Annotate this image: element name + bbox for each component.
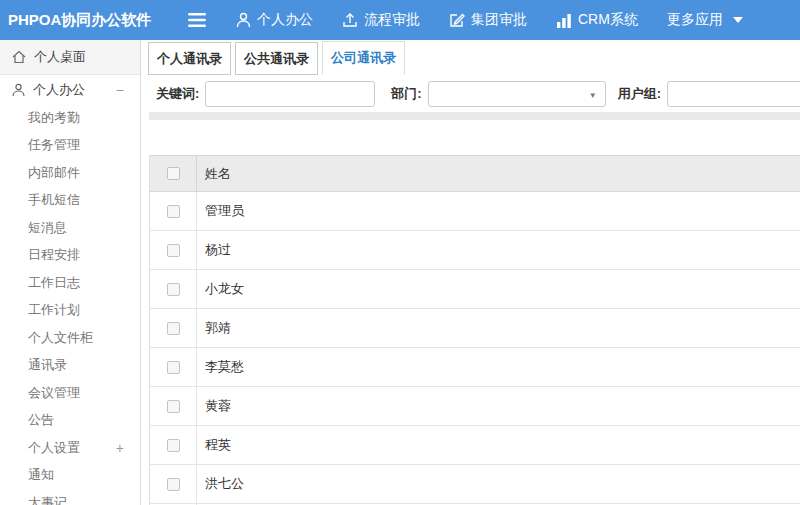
contact-name: 杨过 [197, 231, 800, 269]
sidebar-item-label: 会议管理 [28, 384, 80, 402]
table-row[interactable]: 小龙女 [150, 270, 800, 309]
sidebar-item-label: 通讯录 [28, 356, 67, 374]
row-checkbox[interactable] [167, 283, 180, 296]
sidebar-item-label: 个人办公 [33, 81, 85, 99]
sidebar-item-label: 个人设置 [28, 439, 80, 457]
contacts-table: 姓名 管理员 杨过 小龙女 郭靖 李莫愁 黄蓉 程英 [149, 155, 800, 505]
filter-divider [149, 112, 800, 120]
nav-label: 集团审批 [471, 11, 527, 29]
table-row[interactable]: 洪七公 [150, 465, 800, 504]
nav-crm-system[interactable]: CRM系统 [556, 11, 638, 29]
sidebar-item-task-management[interactable]: 任务管理 [0, 132, 140, 160]
nav-personal-office[interactable]: 个人办公 [236, 11, 313, 29]
hamburger-menu-icon[interactable] [188, 13, 206, 27]
row-check-cell [150, 309, 197, 347]
sidebar-item-notice[interactable]: 通知 [0, 462, 140, 490]
sidebar-group-personal-settings[interactable]: 个人设置 + [0, 434, 140, 462]
app-title: PHPOA协同办公软件 [0, 11, 188, 30]
row-check-cell [150, 270, 197, 308]
row-check-cell [150, 192, 197, 230]
table-row[interactable]: 李莫愁 [150, 348, 800, 387]
tab-company-contacts[interactable]: 公司通讯录 [322, 41, 405, 75]
sidebar-item-label: 公告 [28, 411, 54, 429]
table-header-row: 姓名 [150, 155, 800, 192]
edit-icon [449, 12, 465, 28]
nav-label: 更多应用 [667, 11, 723, 29]
sidebar-item-file-cabinet[interactable]: 个人文件柜 [0, 324, 140, 352]
sidebar-item-label: 个人文件柜 [28, 329, 93, 347]
tab-public-contacts[interactable]: 公共通讯录 [235, 42, 318, 75]
table-row[interactable]: 杨过 [150, 231, 800, 270]
nav-label: CRM系统 [578, 11, 638, 29]
nav-workflow-approval[interactable]: 流程审批 [342, 11, 420, 29]
contact-name: 李莫愁 [197, 348, 800, 386]
sidebar-item-label: 我的考勤 [28, 109, 80, 127]
sidebar-item-memorabilia[interactable]: 大事记 [0, 489, 140, 505]
contact-name: 洪七公 [197, 465, 800, 503]
spacer [141, 120, 800, 155]
sidebar-group-personal-office[interactable]: 个人办公 − [0, 75, 140, 104]
sidebar-item-work-log[interactable]: 工作日志 [0, 269, 140, 297]
row-check-cell [150, 387, 197, 425]
select-caret-icon: ▼ [589, 91, 597, 100]
sidebar-item-contacts[interactable]: 通讯录 [0, 352, 140, 380]
keyword-input[interactable] [205, 81, 375, 107]
sidebar-item-work-plan[interactable]: 工作计划 [0, 297, 140, 325]
expand-plus-icon[interactable]: + [116, 440, 124, 456]
keyword-label: 关键词: [156, 85, 199, 103]
row-check-cell [150, 348, 197, 386]
bar-chart-icon [556, 13, 572, 28]
sidebar-item-label: 日程安排 [28, 246, 80, 264]
select-all-checkbox[interactable] [167, 167, 180, 180]
sidebar-item-label: 任务管理 [28, 136, 80, 154]
department-select[interactable]: ▼ [428, 81, 606, 107]
row-checkbox[interactable] [167, 400, 180, 413]
contact-tabs: 个人通讯录 公共通讯录 公司通讯录 [141, 40, 800, 75]
row-checkbox[interactable] [167, 244, 180, 257]
contact-name: 小龙女 [197, 270, 800, 308]
collapse-minus-icon[interactable]: − [116, 82, 124, 98]
usergroup-input[interactable] [667, 81, 800, 107]
column-header-name: 姓名 [197, 156, 800, 191]
sidebar-item-label: 手机短信 [28, 191, 80, 209]
sidebar-item-label: 通知 [28, 466, 54, 484]
department-label: 部门: [391, 85, 421, 103]
main-content: 个人通讯录 公共通讯录 公司通讯录 关键词: 部门: ▼ 用户组: 姓名 管理员… [141, 40, 800, 505]
sidebar-item-desktop[interactable]: 个人桌面 [0, 40, 140, 75]
user-icon [12, 83, 25, 97]
contact-name: 程英 [197, 426, 800, 464]
sidebar-item-announcement[interactable]: 公告 [0, 407, 140, 435]
contact-name: 郭靖 [197, 309, 800, 347]
sidebar-item-meeting-management[interactable]: 会议管理 [0, 379, 140, 407]
row-checkbox[interactable] [167, 361, 180, 374]
sidebar-item-sms[interactable]: 手机短信 [0, 187, 140, 215]
tab-personal-contacts[interactable]: 个人通讯录 [148, 42, 231, 75]
filter-bar: 关键词: 部门: ▼ 用户组: [141, 75, 800, 112]
table-row[interactable]: 黄蓉 [150, 387, 800, 426]
row-checkbox[interactable] [167, 322, 180, 335]
user-icon [236, 12, 251, 28]
row-check-cell [150, 231, 197, 269]
table-row[interactable]: 郭靖 [150, 309, 800, 348]
nav-group-approval[interactable]: 集团审批 [449, 11, 527, 29]
app-header: PHPOA协同办公软件 个人办公 流程审批 集团审批 CRM系统 更多应用 [0, 0, 800, 40]
select-all-cell [150, 156, 197, 191]
sidebar-item-attendance[interactable]: 我的考勤 [0, 104, 140, 132]
caret-down-icon [733, 17, 743, 23]
sidebar-item-label: 大事记 [28, 494, 67, 505]
row-checkbox[interactable] [167, 205, 180, 218]
sidebar-item-label: 短消息 [28, 219, 67, 237]
table-row[interactable]: 程英 [150, 426, 800, 465]
nav-label: 个人办公 [257, 11, 313, 29]
table-row[interactable]: 管理员 [150, 192, 800, 231]
sidebar-item-schedule[interactable]: 日程安排 [0, 242, 140, 270]
sidebar-item-internal-mail[interactable]: 内部邮件 [0, 159, 140, 187]
contact-name: 黄蓉 [197, 387, 800, 425]
sidebar-item-label: 内部邮件 [28, 164, 80, 182]
nav-more-apps[interactable]: 更多应用 [667, 11, 743, 29]
sidebar-item-label: 工作计划 [28, 301, 80, 319]
row-checkbox[interactable] [167, 478, 180, 491]
row-checkbox[interactable] [167, 439, 180, 452]
sidebar-item-short-message[interactable]: 短消息 [0, 214, 140, 242]
nav-label: 流程审批 [364, 11, 420, 29]
